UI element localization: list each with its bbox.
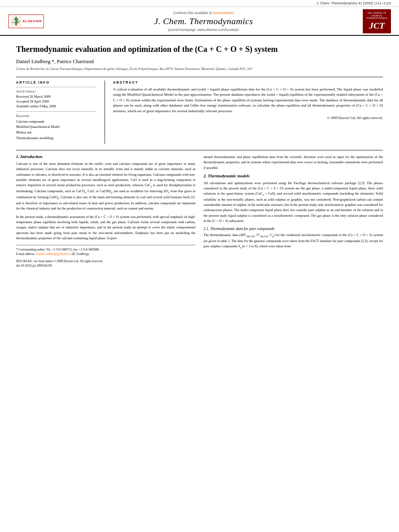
- body-divider: [16, 150, 383, 150]
- body-content: 1. Introduction Calcium is one of the mo…: [16, 154, 383, 268]
- elsevier-tree-icon: [10, 16, 22, 27]
- received-date: Received 26 March 2009: [16, 94, 97, 99]
- keyword-1: Calcium compounds: [16, 119, 97, 125]
- article-title: Thermodynamic evaluation and optimizatio…: [16, 44, 383, 54]
- sciencedirect-link[interactable]: ScienceDirect: [213, 11, 234, 15]
- col-divider: [105, 80, 105, 144]
- abstract-col: ABSTRACT A critical evaluation of all av…: [113, 80, 383, 144]
- intro-title: 1. Introduction: [16, 154, 195, 159]
- history-label: Article history:: [16, 90, 97, 93]
- email-link[interactable]: Daniel.Lindberg@polymtl.ca: [36, 252, 71, 256]
- abstract-heading: ABSTRACT: [113, 80, 383, 84]
- keyword-3: Molten salt: [16, 130, 97, 136]
- thermo-models-title: 2. Thermodynamic models: [204, 174, 383, 178]
- article-history-section: Article history: Received 26 March 2009 …: [16, 90, 97, 108]
- footnote-area: * Corresponding author. Tel.: +1 514 340…: [16, 245, 195, 268]
- section-divider: [16, 77, 383, 77]
- thermo-data-title: 2.1. Thermodynamic data for pure compoun…: [204, 227, 383, 231]
- info-divider-mid: [16, 111, 97, 112]
- svg-point-4: [19, 21, 20, 23]
- article-info-heading: ARTICLE INFO: [16, 80, 97, 84]
- contents-line: Contents lists available at ScienceDirec…: [48, 11, 359, 15]
- abstract-text: A critical evaluation of all available t…: [113, 87, 383, 114]
- body-left-col: 1. Introduction Calcium is one of the mo…: [16, 154, 195, 268]
- svg-rect-2: [15, 23, 17, 26]
- jct-letters: JCT: [369, 21, 385, 31]
- citation-bar: J. Chem. Thermodynamics 41 (2009) 1111–1…: [0, 0, 399, 7]
- page: J. Chem. Thermodynamics 41 (2009) 1111–1…: [0, 0, 399, 532]
- thermo-data-paragraph: The thermodynamic data (ΔH°298.15K, S°29…: [204, 232, 383, 250]
- keywords-section: Keywords: Calcium compounds Modified Qua…: [16, 114, 97, 141]
- svg-point-3: [12, 22, 13, 23]
- keyword-2: Modified Quasichemical Model: [16, 124, 97, 130]
- elsevier-logo-box: ELSEVIER: [8, 14, 44, 28]
- jct-logo: THE JOURNAL OF CHEMICAL THERMODYNAMICS J…: [363, 9, 391, 33]
- affiliation: Centre de Recherche en Calcul Thermochim…: [16, 67, 383, 71]
- email-note: E-mail address: Daniel.Lindberg@polymtl.…: [16, 252, 195, 256]
- header-center: Contents lists available at ScienceDirec…: [44, 11, 363, 32]
- corresponding-author-note: * Corresponding author. Tel.: +1 514 340…: [16, 247, 195, 252]
- intro-continuation: mental thermodynamic and phase equilibri…: [204, 154, 383, 170]
- body-right-col: mental thermodynamic and phase equilibri…: [204, 154, 383, 268]
- journal-title-header: J. Chem. Thermodynamics: [48, 16, 359, 27]
- jct-title-text: THE JOURNAL OF CHEMICAL THERMODYNAMICS: [366, 12, 388, 20]
- intro-paragraph-1: Calcium is one of the most abundant elem…: [16, 161, 195, 211]
- journal-homepage: journal homepage: www.elsevier.com/locat…: [48, 28, 359, 32]
- jct-wrapper: THE JOURNAL OF CHEMICAL THERMODYNAMICS J…: [363, 9, 391, 33]
- elsevier-logo: ELSEVIER: [8, 14, 44, 28]
- accepted-date: Accepted 29 April 2009: [16, 99, 97, 103]
- authors: Daniel Lindberg *, Patrice Chartrand: [16, 58, 383, 65]
- journal-header: ELSEVIER Contents lists available at Sci…: [0, 7, 399, 36]
- thermo-models-paragraph: All calculations and optimizations were …: [204, 181, 383, 224]
- keyword-4: Thermodynamic modelling: [16, 136, 97, 141]
- info-divider-top: [16, 87, 97, 87]
- available-date: Available online 8 May 2009: [16, 104, 97, 108]
- abstract-copyright: © 2009 Elsevier Ltd. All rights reserved…: [113, 116, 383, 120]
- article-meta-row: ARTICLE INFO Article history: Received 2…: [16, 80, 383, 144]
- citation-text: J. Chem. Thermodynamics 41 (2009) 1111–1…: [317, 1, 391, 5]
- elsevier-label: ELSEVIER: [23, 19, 42, 23]
- intro-paragraph-2: In the present study, a thermodynamic as…: [16, 214, 195, 241]
- main-content: Thermodynamic evaluation and optimizatio…: [0, 36, 399, 276]
- article-info-col: ARTICLE INFO Article history: Received 2…: [16, 80, 97, 144]
- keywords-label: Keywords:: [16, 114, 97, 118]
- doi-line: doi:10.1016/j.jct.2009.04.018: [16, 263, 195, 268]
- keywords-list: Calcium compounds Modified Quasichemical…: [16, 119, 97, 141]
- issn-line: 0021-9614/$ - see front matter © 2009 El…: [16, 259, 195, 263]
